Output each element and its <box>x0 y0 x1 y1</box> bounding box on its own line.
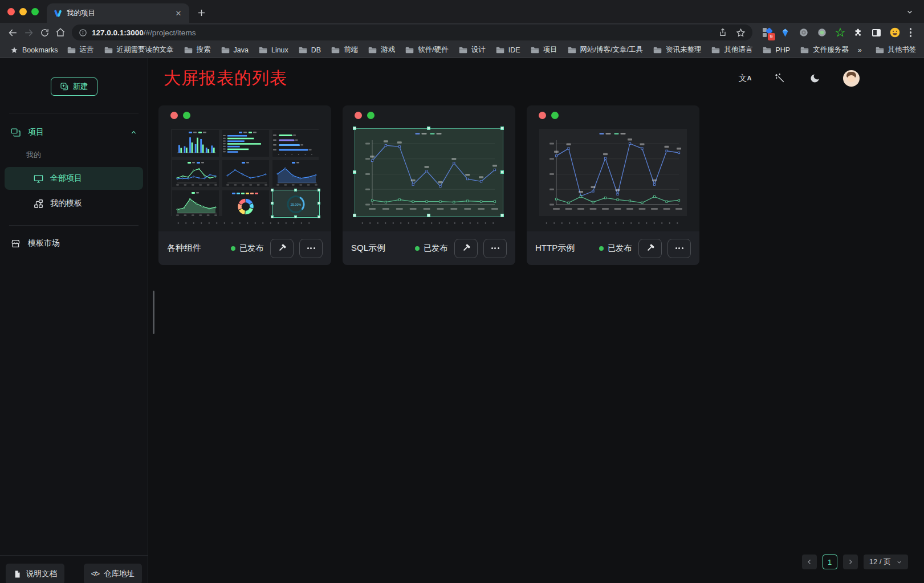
chevron-up-icon[interactable] <box>130 129 137 136</box>
project-card[interactable]: SQL示例 已发布 <box>343 105 515 265</box>
extensions-puzzle-icon[interactable] <box>853 27 864 38</box>
other-bookmarks[interactable]: 其他书签 <box>871 43 921 56</box>
share-icon[interactable] <box>715 25 731 40</box>
bookmarks-overflow-chevron[interactable]: » <box>853 44 866 56</box>
bookmark-folder[interactable]: 运营 <box>63 43 99 56</box>
sidebar-item-template-market[interactable]: 模板市场 <box>0 231 148 255</box>
current-page-button[interactable]: 1 <box>823 555 837 569</box>
bookmark-folder[interactable]: 前端 <box>327 43 363 56</box>
selection-handle[interactable] <box>318 215 320 218</box>
back-button[interactable] <box>5 25 21 40</box>
scrollbar-thumb[interactable] <box>153 291 154 334</box>
profile-avatar-icon[interactable] <box>889 27 901 38</box>
bookmark-folder[interactable]: 项目 <box>526 43 562 56</box>
sidebar-item-all-projects[interactable]: 全部项目 <box>5 167 143 190</box>
new-project-button[interactable]: 新建 <box>51 78 97 96</box>
bookmark-folder[interactable]: IDE <box>491 44 525 56</box>
bookmark-folder[interactable]: 设计 <box>454 43 490 56</box>
extension-gem-icon[interactable] <box>780 27 791 38</box>
project-card[interactable]: HTTP示例 已发布 <box>527 105 699 265</box>
user-avatar[interactable] <box>843 70 860 87</box>
extension-star-icon[interactable] <box>835 27 846 38</box>
site-info-icon[interactable] <box>79 28 87 37</box>
forward-button[interactable] <box>21 25 36 40</box>
line-chart <box>539 129 687 216</box>
dark-mode-moon-icon[interactable] <box>808 72 821 84</box>
window-close-button[interactable] <box>7 8 15 15</box>
next-page-button[interactable] <box>843 555 858 569</box>
bookmark-folder[interactable]: 资讯未整理 <box>649 43 706 56</box>
bookmarks-root[interactable]: Bookmarks <box>6 44 63 56</box>
edit-button[interactable] <box>454 239 478 258</box>
bookmark-star-icon[interactable] <box>733 25 749 40</box>
sidebar-section-projects[interactable]: 项目 <box>0 120 148 144</box>
project-card[interactable]: 25.00% 各种组件 已发布 <box>158 105 331 265</box>
bookmark-folder[interactable]: DB <box>294 44 325 56</box>
project-preview-chart[interactable] <box>539 129 687 216</box>
monitor-icon <box>33 173 44 184</box>
more-button[interactable] <box>667 239 691 258</box>
mini-chart-bar <box>172 130 219 157</box>
bookmark-folder[interactable]: PHP <box>758 44 795 56</box>
selection-handle[interactable] <box>271 189 274 191</box>
page-size-select[interactable]: 12 / 页 <box>864 555 908 569</box>
bookmark-folder[interactable]: 近期需要读的文章 <box>100 43 178 56</box>
selection-handle[interactable] <box>353 214 356 217</box>
url-host: 127.0.0.1:3000 <box>92 28 144 37</box>
selection-handle[interactable] <box>353 170 356 174</box>
bookmark-folder[interactable]: Java <box>217 44 253 56</box>
extension-recorder-icon[interactable] <box>816 27 828 38</box>
card-red-dot <box>539 112 546 119</box>
docs-button[interactable]: 说明文档 <box>6 564 64 583</box>
selection-handle[interactable] <box>427 127 430 130</box>
folder-icon <box>531 47 539 54</box>
window-zoom-button[interactable] <box>31 8 39 15</box>
selection-handle[interactable] <box>353 127 356 130</box>
selection-handle[interactable] <box>427 214 430 217</box>
project-preview-chart[interactable]: 25.00% <box>171 129 319 216</box>
folder-icon <box>405 47 414 54</box>
side-panel-icon[interactable] <box>871 27 882 38</box>
sidebar-item-my-templates[interactable]: 我的模板 <box>5 192 143 215</box>
project-preview-chart[interactable] <box>355 129 503 216</box>
bookmark-folder[interactable]: Linux <box>254 44 293 56</box>
selection-handle[interactable] <box>294 189 297 191</box>
url-bar[interactable]: 127.0.0.1:3000/#/project/items <box>72 25 752 40</box>
tab-close-icon[interactable]: ✕ <box>173 8 184 18</box>
bookmark-folder[interactable]: 软件/硬件 <box>401 43 453 56</box>
more-button[interactable] <box>483 239 507 258</box>
mini-chart-gauge[interactable]: 25.00% <box>272 190 319 217</box>
selection-handle[interactable] <box>500 127 504 130</box>
magic-wand-icon[interactable] <box>774 72 786 84</box>
browser-tab[interactable]: 我的项目 ✕ <box>47 3 189 23</box>
repo-button[interactable]: </> 仓库地址 <box>84 564 142 583</box>
selection-handle[interactable] <box>500 170 504 174</box>
extension-grid-icon[interactable]: 9 <box>762 27 773 38</box>
edit-button[interactable] <box>270 239 294 258</box>
bookmark-folder[interactable]: 其他语言 <box>707 43 757 56</box>
bookmark-folder[interactable]: 网站/博客/文章/工具 <box>563 43 648 56</box>
language-icon[interactable]: 文A <box>739 72 751 84</box>
more-button[interactable] <box>299 239 323 258</box>
selection-handle[interactable] <box>318 189 320 191</box>
status-dot <box>415 246 420 251</box>
prev-page-button[interactable] <box>802 555 817 569</box>
project-title: 各种组件 <box>167 243 201 254</box>
selection-handle[interactable] <box>318 202 320 205</box>
reload-button[interactable] <box>36 25 52 40</box>
new-tab-button[interactable] <box>196 7 207 18</box>
selection-handle[interactable] <box>271 202 274 205</box>
selection-handle[interactable] <box>500 214 504 217</box>
selection-handle[interactable] <box>271 215 274 218</box>
extension-darkmode-icon[interactable] <box>798 27 809 38</box>
folder-icon <box>496 47 504 54</box>
tab-search-chevron-icon[interactable] <box>906 8 914 16</box>
home-button[interactable] <box>52 25 68 40</box>
bookmark-folder[interactable]: 文件服务器 <box>796 43 853 56</box>
browser-menu-icon[interactable] <box>907 28 917 37</box>
bookmark-folder[interactable]: 搜索 <box>180 43 215 56</box>
edit-button[interactable] <box>638 239 662 258</box>
window-minimize-button[interactable] <box>19 8 27 15</box>
bookmark-folder[interactable]: 游戏 <box>364 43 400 56</box>
selection-handle[interactable] <box>294 215 297 218</box>
